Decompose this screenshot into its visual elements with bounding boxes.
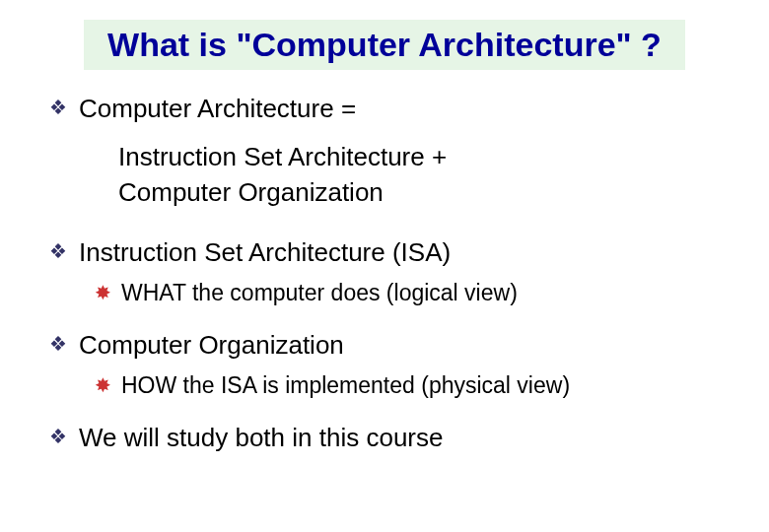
indent-block: Instruction Set Architecture + Computer …	[118, 139, 720, 210]
bullet-item: ❖ Instruction Set Architecture (ISA)	[49, 235, 720, 269]
bullet-text: We will study both in this course	[79, 421, 443, 454]
sub-bullet-text: HOW the ISA is implemented (physical vie…	[121, 371, 570, 399]
bullet-text: Computer Architecture =	[79, 92, 356, 125]
indent-line: Instruction Set Architecture +	[118, 139, 720, 174]
sub-bullet-item: ✸ HOW the ISA is implemented (physical v…	[95, 371, 720, 399]
bullet-item: ❖ We will study both in this course	[49, 421, 720, 454]
diamond-icon: ❖	[49, 235, 67, 267]
indent-line: Computer Organization	[118, 174, 720, 210]
bullet-text: Computer Organization	[79, 328, 344, 362]
slide-title-box: What is "Computer Architecture" ?	[84, 20, 685, 70]
bullet-text: Instruction Set Architecture (ISA)	[79, 235, 451, 269]
diamond-icon: ❖	[49, 328, 67, 360]
sub-bullet-item: ✸ WHAT the computer does (logical view)	[95, 279, 720, 306]
bullet-item: ❖ Computer Architecture =	[49, 92, 720, 125]
diamond-icon: ❖	[49, 92, 67, 123]
star-icon: ✸	[95, 371, 111, 399]
bullet-item: ❖ Computer Organization	[49, 328, 720, 362]
sub-bullet-text: WHAT the computer does (logical view)	[121, 279, 518, 306]
star-icon: ✸	[95, 279, 111, 306]
diamond-icon: ❖	[49, 421, 67, 452]
slide-title: What is "Computer Architecture" ?	[107, 26, 662, 64]
